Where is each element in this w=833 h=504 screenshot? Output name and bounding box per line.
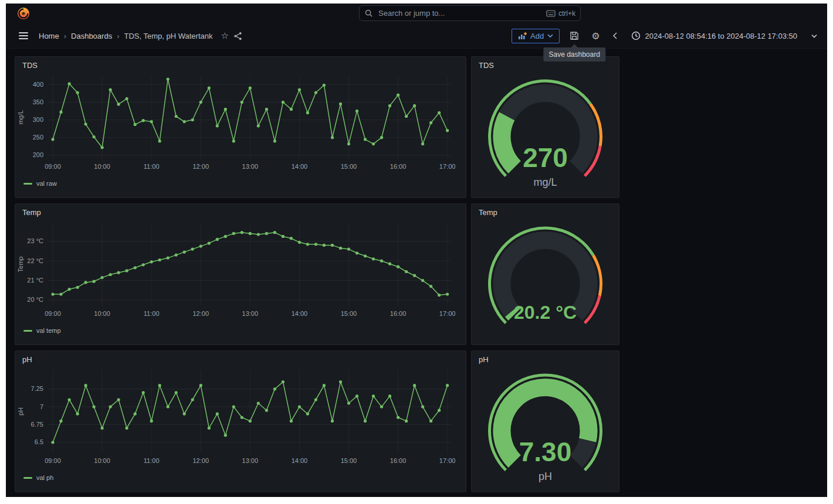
menu-toggle-button[interactable]	[15, 29, 32, 42]
time-shift-back-chevron-icon[interactable]	[610, 29, 620, 42]
svg-text:20 °C: 20 °C	[27, 296, 43, 303]
temp-gauge-chart[interactable]: 20.2 °C	[472, 218, 619, 342]
ph-gauge-chart[interactable]: 7.30pH	[472, 365, 619, 489]
panel-title[interactable]: pH	[15, 351, 466, 364]
svg-text:mg/L: mg/L	[533, 176, 557, 188]
svg-text:7.25: 7.25	[31, 385, 43, 392]
dashboard-canvas: TDS 20025030035040009:0010:0011:0012:001…	[6, 49, 827, 497]
svg-text:14:00: 14:00	[292, 310, 308, 317]
breadcrumb-home-link[interactable]: Home	[39, 32, 59, 40]
svg-text:16:00: 16:00	[390, 310, 407, 317]
svg-text:300: 300	[33, 116, 43, 123]
save-dashboard-tooltip: Save dashboard	[543, 47, 605, 62]
svg-text:14:00: 14:00	[292, 457, 308, 464]
time-range-label: 2024-08-12 08:54:16 to 2024-08-12 17:03:…	[645, 32, 798, 40]
favorite-star-icon[interactable]: ☆	[218, 28, 231, 43]
legend-series-marker	[23, 477, 32, 479]
panel-tds-gauge: TDS 270mg/L	[471, 56, 619, 198]
time-range-picker[interactable]: 2024-08-12 08:54:16 to 2024-08-12 17:03:…	[628, 30, 801, 41]
breadcrumb-dashboards-link[interactable]: Dashboards	[71, 32, 112, 40]
dashboard-toolbar: Home › Dashboards › TDS, Temp, pH Watert…	[6, 23, 827, 49]
svg-text:13:00: 13:00	[242, 310, 259, 317]
svg-text:15:00: 15:00	[341, 310, 357, 317]
svg-text:6.75: 6.75	[31, 421, 43, 428]
svg-text:12:00: 12:00	[192, 163, 209, 170]
svg-text:15:00: 15:00	[341, 457, 357, 464]
panel-title[interactable]: TDS	[15, 57, 466, 70]
svg-text:400: 400	[33, 81, 43, 88]
svg-text:350: 350	[33, 98, 43, 105]
svg-text:10:00: 10:00	[94, 310, 110, 317]
svg-text:15:00: 15:00	[341, 163, 357, 170]
svg-text:10:00: 10:00	[94, 163, 110, 170]
save-dashboard-group: Save dashboard	[567, 29, 581, 43]
legend-label: val temp	[36, 327, 61, 334]
add-panel-button[interactable]: Add	[512, 29, 560, 43]
save-dashboard-icon[interactable]	[567, 29, 581, 43]
legend-label: val raw	[36, 180, 57, 187]
temp-line-chart[interactable]: 20 °C21 °C22 °C23 °C09:0010:0011:0012:00…	[15, 218, 466, 327]
ph-line-chart[interactable]: 6.56.7577.2509:0010:0011:0012:0013:0014:…	[15, 365, 466, 474]
search-icon	[364, 9, 373, 18]
grafana-app: ctrl+k Home › Dashboards › TDS, Temp, pH…	[6, 4, 827, 497]
panel-title[interactable]: Temp	[472, 204, 619, 217]
panel-temp-timeseries: Temp 20 °C21 °C22 °C23 °C09:0010:0011:00…	[15, 203, 466, 345]
tds-gauge-chart[interactable]: 270mg/L	[472, 71, 619, 195]
svg-text:200: 200	[33, 151, 43, 158]
legend-item[interactable]: val raw	[23, 180, 466, 187]
svg-text:17:00: 17:00	[439, 163, 456, 170]
panel-ph-gauge: pH 7.30pH	[471, 350, 619, 492]
svg-text:mg/L: mg/L	[17, 110, 24, 124]
legend-label: val ph	[36, 474, 53, 481]
breadcrumb-separator: ›	[117, 32, 119, 40]
search-input[interactable]	[377, 8, 546, 18]
svg-text:12:00: 12:00	[192, 310, 209, 317]
grafana-logo-icon[interactable]	[16, 6, 31, 21]
legend-item[interactable]: val temp	[23, 327, 466, 334]
svg-text:09:00: 09:00	[45, 457, 61, 464]
svg-text:Temp: Temp	[17, 257, 24, 273]
svg-text:13:00: 13:00	[242, 163, 259, 170]
search-bar[interactable]: ctrl+k	[359, 5, 581, 21]
panel-grid: TDS 20025030035040009:0010:0011:0012:001…	[15, 56, 619, 492]
panel-tds-timeseries: TDS 20025030035040009:0010:0011:0012:001…	[15, 56, 466, 198]
svg-text:11:00: 11:00	[144, 457, 160, 464]
legend-series-marker	[23, 183, 32, 185]
svg-text:11:00: 11:00	[144, 310, 160, 317]
svg-text:11:00: 11:00	[144, 163, 160, 170]
svg-text:14:00: 14:00	[292, 163, 308, 170]
time-range-chevron-down-icon[interactable]	[808, 31, 820, 41]
breadcrumb-separator: ›	[64, 32, 66, 40]
svg-text:23 °C: 23 °C	[27, 237, 43, 244]
legend-series-marker	[23, 330, 32, 332]
tds-line-chart[interactable]: 20025030035040009:0010:0011:0012:0013:00…	[15, 71, 466, 180]
svg-text:10:00: 10:00	[94, 457, 110, 464]
svg-text:17:00: 17:00	[439, 457, 456, 464]
clock-icon	[631, 31, 641, 40]
shortcut-label: ctrl+k	[558, 9, 575, 18]
svg-text:22 °C: 22 °C	[27, 257, 43, 264]
panel-title[interactable]: Temp	[15, 204, 466, 217]
keyboard-icon	[546, 10, 556, 17]
top-navigation-bar: ctrl+k	[6, 4, 827, 23]
svg-text:250: 250	[33, 134, 43, 141]
legend-item[interactable]: val ph	[23, 474, 466, 481]
svg-text:pH: pH	[17, 407, 24, 416]
chevron-down-icon	[547, 33, 553, 38]
svg-text:13:00: 13:00	[242, 457, 259, 464]
add-chart-icon	[518, 32, 527, 40]
share-icon[interactable]	[231, 29, 245, 43]
svg-text:7: 7	[40, 403, 43, 410]
svg-text:21 °C: 21 °C	[27, 277, 43, 284]
add-button-label: Add	[530, 32, 544, 40]
svg-text:7.30: 7.30	[519, 437, 572, 467]
svg-text:16:00: 16:00	[390, 163, 407, 170]
breadcrumb-current-page: TDS, Temp, pH Watertank	[124, 32, 212, 40]
panel-title[interactable]: pH	[472, 351, 619, 364]
svg-text:pH: pH	[539, 471, 552, 482]
svg-text:12:00: 12:00	[192, 457, 209, 464]
panel-temp-gauge: Temp 20.2 °C	[471, 203, 619, 345]
svg-text:6.5: 6.5	[35, 438, 43, 445]
dashboard-settings-gear-icon[interactable]: ⚙	[589, 28, 602, 44]
toolbar-right-group: Add Save dashboard ⚙ 2024-08-12 08:5	[512, 28, 820, 44]
